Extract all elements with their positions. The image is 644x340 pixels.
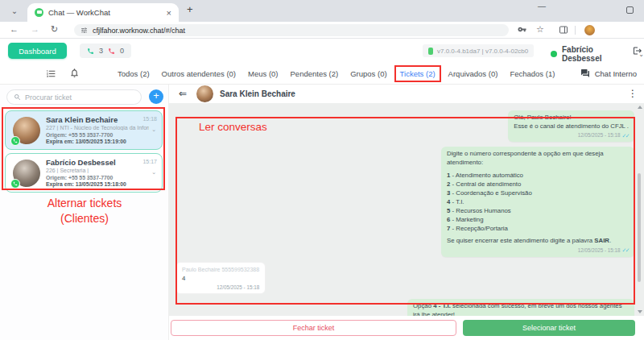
ticket-time: 15:17 bbox=[142, 159, 157, 164]
avatar bbox=[13, 160, 40, 187]
url-text: cfjlfahor.worknow.chat/#/chat bbox=[93, 27, 185, 35]
side-panel-icon[interactable] bbox=[559, 25, 568, 35]
avatar bbox=[13, 117, 40, 144]
password-key-icon[interactable] bbox=[518, 25, 526, 34]
search-icon bbox=[14, 93, 21, 101]
ticket-queue: 226 | Secretaria | bbox=[46, 168, 149, 173]
forward-icon[interactable]: → bbox=[31, 24, 39, 34]
chat-footer: Fechar ticket Selecionar ticket bbox=[169, 316, 644, 340]
browser-toolbar: ← → ↻ cfjlfahor.worknow.chat/#/chat ☆ bbox=[0, 22, 644, 39]
chat-contact-name: Sara Klein Bechaire bbox=[220, 89, 295, 98]
tab-arquivados-0[interactable]: Arquivados (0) bbox=[444, 67, 503, 81]
ticket-sidebar: + Sara Klein Bechaire 15:18 227 | NTI - … bbox=[0, 85, 169, 340]
ticket-contact-name: Fabrício Desbessel bbox=[46, 158, 157, 167]
message-list: Olá, Paulo Bechaire!Esse é o canal de at… bbox=[169, 103, 644, 316]
window-maximize-button[interactable] bbox=[626, 6, 634, 14]
app-header: Dashboard 3 0 v7.0.0-4.b1da7 | v7.0.0-4-… bbox=[0, 39, 644, 63]
tab-close-icon[interactable]: × bbox=[167, 8, 171, 18]
tab-grupos-0[interactable]: Grupos (0) bbox=[345, 67, 391, 81]
workchat-favicon-icon bbox=[35, 8, 43, 17]
chat-interno-icon bbox=[580, 68, 590, 78]
logout-icon[interactable] bbox=[633, 46, 642, 56]
reload-icon[interactable]: ↻ bbox=[51, 24, 58, 35]
notifications-bell-icon[interactable] bbox=[69, 68, 80, 78]
tab-todos-2[interactable]: Todos (2) bbox=[113, 67, 155, 81]
version-badge: v7.0.0-4.b1da7 | v7.0.0-4-02cb0 bbox=[423, 44, 534, 57]
toolbar-divider bbox=[575, 26, 576, 35]
message-timestamp: 12/05/2025 - 15:18✓✓ bbox=[447, 247, 629, 255]
select-ticket-button[interactable]: Selecionar ticket bbox=[463, 320, 635, 336]
browser-tab[interactable]: Chat — WorkChat × bbox=[27, 3, 179, 22]
url-bar[interactable]: cfjlfahor.worknow.chat/#/chat bbox=[74, 24, 509, 36]
missed-calls-icon bbox=[108, 48, 115, 55]
ticket-card-fabricio[interactable]: Fabrício Desbessel 15:17 226 | Secretari… bbox=[5, 153, 163, 193]
search-input[interactable] bbox=[25, 93, 122, 102]
chat-message-bubble: Olá, Paulo Bechaire!Esse é o canal de at… bbox=[508, 110, 634, 142]
chat-menu-kebab-icon[interactable]: ⋮ bbox=[628, 88, 638, 99]
ticket-origin: Origem: +55 55 3537-7700 bbox=[46, 132, 157, 138]
chevron-down-icon: ⌄ bbox=[11, 6, 18, 15]
tab-tickets-2[interactable]: Tickets (2) bbox=[394, 65, 441, 82]
window-minimize-button[interactable]: — bbox=[538, 2, 546, 10]
chat-interno-button[interactable]: Chat Interno bbox=[580, 68, 637, 78]
collapse-back-icon[interactable]: ⇐ bbox=[179, 88, 187, 99]
message-timestamp: 12/05/2025 - 15:18✓✓ bbox=[514, 132, 629, 140]
scrollbar-up-arrow[interactable] bbox=[638, 106, 642, 109]
queue-list-icon[interactable] bbox=[46, 68, 56, 79]
scrollbar-down-arrow[interactable] bbox=[638, 310, 642, 313]
missed-calls-count: 0 bbox=[120, 47, 124, 55]
ticket-expiry: Expira em: 13/05/2025 15:19:00 bbox=[46, 139, 157, 144]
close-ticket-button[interactable]: Fechar ticket bbox=[171, 320, 456, 336]
message-timestamp: 12/05/2025 - 15:18 bbox=[182, 284, 259, 292]
ticket-queue: 227 | NTI - Núcleo de Tecnologia da Info… bbox=[46, 125, 149, 131]
tab-pendentes-2[interactable]: Pendentes (2) bbox=[286, 67, 344, 81]
ticket-search[interactable] bbox=[6, 89, 142, 105]
whatsapp-badge-icon bbox=[10, 179, 20, 189]
whatsapp-badge-icon bbox=[10, 136, 20, 146]
new-tab-button[interactable]: + bbox=[187, 3, 193, 15]
message-sender: Paulo Bechaire 555599532388 bbox=[182, 266, 259, 274]
chevron-down-icon[interactable]: ⌄ bbox=[151, 126, 156, 133]
chat-message-bubble: Paulo Bechaire 555599532388412/05/2025 -… bbox=[175, 262, 266, 295]
add-ticket-button[interactable]: + bbox=[149, 89, 163, 104]
chevron-down-icon[interactable]: ⌄ bbox=[151, 169, 156, 176]
ticket-tab-bar: Todos (2)Outros atendentes (0)Meus (0)Pe… bbox=[0, 63, 644, 85]
version-status-icon bbox=[428, 48, 433, 55]
browser-tab-title: Chat — WorkChat bbox=[48, 8, 162, 17]
tab-outros-atendentes-0[interactable]: Outros atendentes (0) bbox=[157, 67, 241, 81]
active-calls-count: 3 bbox=[99, 47, 103, 55]
chat-contact-avatar bbox=[196, 85, 213, 102]
chat-message-bubble: Opção 4 - T.I. selecionada com sucesso, … bbox=[407, 299, 634, 316]
chat-message-bubble: Digite o número correspondente à opção e… bbox=[441, 147, 634, 257]
scrollbar-thumb[interactable] bbox=[638, 173, 641, 282]
dashboard-button[interactable]: Dashboard bbox=[8, 43, 67, 59]
ticket-time: 15:18 bbox=[142, 116, 157, 122]
ticket-origin: Origem: +55 55 3537-7700 bbox=[46, 175, 157, 180]
user-name: Fabrício Desbessel bbox=[562, 45, 634, 63]
browser-window: ⌄ Chat — WorkChat × + — ← → ↻ cfjlfahor.… bbox=[0, 0, 644, 340]
chat-interno-label: Chat Interno bbox=[595, 69, 637, 78]
calls-counter: 3 0 bbox=[80, 44, 131, 58]
active-calls-icon bbox=[87, 48, 94, 55]
browser-tab-strip: ⌄ Chat — WorkChat × + — bbox=[0, 0, 644, 22]
tab-fechados-1[interactable]: Fechados (1) bbox=[505, 67, 559, 81]
double-check-icon: ✓✓ bbox=[622, 132, 629, 140]
bookmark-star-icon[interactable]: ☆ bbox=[536, 24, 544, 35]
site-settings-icon[interactable] bbox=[80, 27, 88, 34]
ticket-contact-name: Sara Klein Bechaire bbox=[46, 115, 157, 124]
chat-header: ⇐ Sara Klein Bechaire ⋮ bbox=[169, 85, 644, 103]
tab-meus-0[interactable]: Meus (0) bbox=[243, 67, 283, 81]
user-menu[interactable]: Fabrício Desbessel ⌄ bbox=[551, 45, 644, 63]
ticket-expiry: Expira em: 13/05/2025 15:18:00 bbox=[46, 181, 157, 187]
browser-profile-avatar[interactable] bbox=[584, 25, 595, 35]
tab-search-button[interactable]: ⌄ bbox=[6, 4, 23, 18]
back-icon[interactable]: ← bbox=[10, 24, 19, 34]
version-text: v7.0.0-4.b1da7 | v7.0.0-4-02cb0 bbox=[437, 48, 528, 55]
online-status-dot bbox=[551, 51, 557, 57]
ticket-card-sara[interactable]: Sara Klein Bechaire 15:18 227 | NTI - Nú… bbox=[5, 110, 163, 150]
ticket-tabs: Todos (2)Outros atendentes (0)Meus (0)Pe… bbox=[113, 63, 559, 84]
double-check-icon: ✓✓ bbox=[622, 247, 629, 255]
